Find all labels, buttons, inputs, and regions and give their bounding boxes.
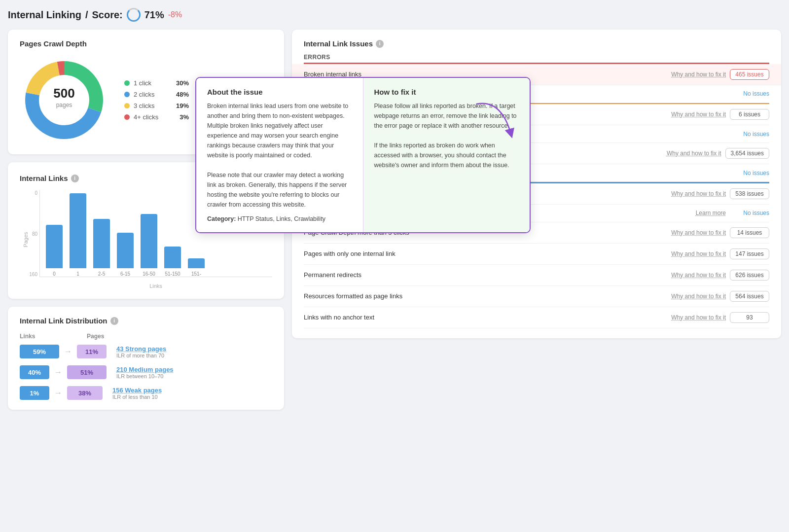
legend-dot-1click (124, 80, 130, 86)
internal-links-title: Internal Links i (20, 174, 79, 182)
score-label: Score: (92, 9, 122, 21)
crawl-depth-fix-link[interactable]: Why and how to fix it (671, 229, 726, 236)
dist-label-weak: 156 Weak pages ILR of less than 10 (112, 387, 162, 400)
too-many-fix-link[interactable]: Why and how to fix it (667, 150, 721, 157)
bar-0 (46, 225, 63, 268)
links-redirect-badge: No issues (730, 131, 769, 138)
tooltip-category: Category: HTTP Status, Links, Crawlabili… (207, 215, 352, 222)
page-title-main: Internal Linking (8, 9, 81, 21)
x-axis-title: Links (39, 269, 272, 289)
bar-6-15 (117, 233, 134, 268)
dist-label-strong: 43 Strong pages ILR of more than 70 (116, 345, 166, 358)
crawl-depth-title: Pages Crawl Depth (20, 39, 272, 48)
broken-resources-badge: 538 issues (730, 188, 769, 199)
donut-sublabel: pages (56, 102, 72, 108)
dist-pages-header: Pages (87, 333, 126, 340)
dist-pages-weak: 38% (67, 386, 103, 400)
broken-internal-badge: 465 issues (730, 69, 769, 80)
page-header: Internal Linking / Score: 71% -8% (8, 8, 781, 22)
dist-arrow-medium: → (54, 368, 62, 377)
dist-row-strong: 59% → 11% 43 Strong pages ILR of more th… (20, 345, 272, 358)
bar-1 (70, 193, 86, 268)
dist-pages-medium: 51% (67, 365, 107, 379)
donut-chart: 500 pages (20, 56, 108, 144)
dist-links-weak: 1% (20, 386, 49, 400)
issue-row-one-link: Pages with only one internal link Why an… (304, 244, 769, 265)
broken-resources-fix-link[interactable]: Why and how to fix it (671, 190, 726, 197)
link-issues-info-icon[interactable]: i (376, 40, 384, 48)
nondescriptive-badge: No issues (730, 170, 769, 177)
bar-col-2-5: 2-5 (93, 219, 110, 277)
tooltip-overlay: About the issue Broken internal links le… (195, 77, 531, 233)
tooltip-about: About the issue Broken internal links le… (196, 78, 363, 232)
distribution-title: Internal Link Distribution i (20, 317, 272, 325)
tooltip-fix: How to fix it Please follow all links re… (363, 78, 530, 232)
orphaned-learn-link[interactable]: Learn more (696, 210, 726, 216)
dist-arrow-strong: → (64, 347, 72, 356)
permanent-redirects-fix-link[interactable]: Why and how to fix it (671, 272, 726, 279)
dist-links-strong: 59% (20, 345, 59, 358)
legend-dot-4clicks (124, 114, 130, 120)
issue-row-resources-formatted: Resources formatted as page links Why an… (304, 286, 769, 307)
legend-dot-3clicks (124, 103, 130, 108)
dist-links-medium: 40% (20, 365, 49, 379)
too-many-badge: 3,654 issues (725, 148, 769, 159)
bar-16-50 (141, 214, 157, 268)
dist-label-medium: 210 Medium pages ILR between 10–70 (116, 366, 174, 379)
dist-row-medium: 40% → 51% 210 Medium pages ILR between 1… (20, 365, 272, 379)
resources-formatted-fix-link[interactable]: Why and how to fix it (671, 293, 726, 300)
tooltip-about-title: About the issue (207, 88, 352, 96)
dist-links-header: Links (20, 333, 59, 340)
score-delta: -8% (168, 10, 182, 19)
orphaned-badge: No issues (730, 210, 769, 216)
distribution-info-icon[interactable]: i (110, 317, 118, 325)
issue-row-no-anchor: Links with no anchor text Why and how to… (304, 307, 769, 328)
legend-dot-2clicks (124, 92, 130, 97)
dist-arrow-weak: → (54, 389, 62, 397)
errors-section-label: Errors (304, 54, 769, 61)
bar-col-16-50: 16-50 (141, 214, 157, 277)
header-separator: / (85, 9, 88, 21)
score-percentage: 71% (144, 9, 164, 21)
distribution-card: Internal Link Distribution i Links Pages… (8, 307, 284, 410)
bar-51-150 (164, 247, 181, 268)
no-anchor-badge: 93 (730, 312, 769, 323)
redirect-chains-badge: No issues (730, 90, 769, 97)
score-circle-icon (127, 8, 141, 22)
one-link-fix-link[interactable]: Why and how to fix it (671, 250, 726, 257)
internal-links-info-icon[interactable]: i (71, 175, 79, 182)
tooltip-fix-body: Please follow all links reported as brok… (374, 101, 519, 170)
tooltip-fix-title: How to fix it (374, 88, 519, 96)
dist-pages-strong: 11% (77, 345, 107, 358)
no-anchor-fix-link[interactable]: Why and how to fix it (671, 314, 726, 321)
bar-2-5 (93, 219, 110, 268)
bar-col-1: 1 (70, 193, 86, 277)
tooltip-about-body: Broken internal links lead users from on… (207, 101, 352, 210)
bar-151 (188, 258, 205, 268)
permanent-redirects-badge: 626 issues (730, 270, 769, 281)
y-axis-title: Pages (23, 232, 29, 247)
broken-external-badge: 6 issues (730, 109, 769, 120)
donut-number: 500 (53, 86, 74, 101)
resources-formatted-badge: 564 issues (730, 291, 769, 302)
issue-row-permanent-redirects: Permanent redirects Why and how to fix i… (304, 265, 769, 286)
distribution-rows: 59% → 11% 43 Strong pages ILR of more th… (20, 345, 272, 400)
broken-external-fix-link[interactable]: Why and how to fix it (671, 111, 726, 118)
dist-row-weak: 1% → 38% 156 Weak pages ILR of less than… (20, 386, 272, 400)
crawl-depth-badge: 14 issues (730, 227, 769, 238)
link-issues-title: Internal Link Issues i (304, 39, 769, 48)
broken-internal-fix-link[interactable]: Why and how to fix it (671, 71, 726, 78)
one-link-badge: 147 issues (730, 248, 769, 259)
